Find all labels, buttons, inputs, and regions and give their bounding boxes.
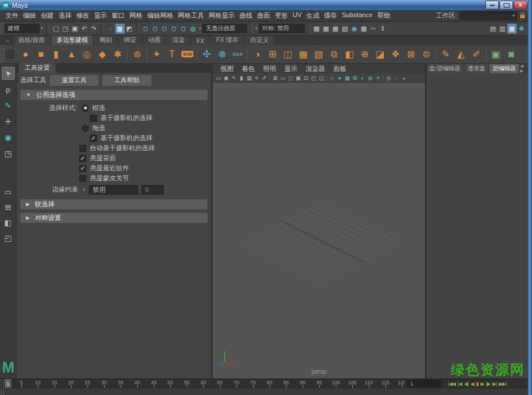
render-sequence-icon[interactable]: ▦ bbox=[331, 24, 340, 34]
camera-attributes-icon[interactable]: ✎ bbox=[230, 74, 238, 82]
pause-viewport-icon[interactable]: ‖ bbox=[378, 24, 388, 34]
checkbox[interactable] bbox=[79, 175, 86, 182]
chevron-down-icon[interactable]: ▾ bbox=[254, 26, 259, 31]
right-panel-tab[interactable]: 通道盒/层编辑器 bbox=[428, 64, 463, 73]
type-tool-icon[interactable]: T bbox=[164, 47, 180, 62]
poly-cone-icon[interactable]: ▲ bbox=[64, 47, 79, 62]
svg-tool-icon[interactable]: SVG bbox=[180, 47, 195, 62]
select-by-hierarchy-icon[interactable]: ◌ bbox=[106, 24, 115, 34]
hypershade-icon[interactable]: ◉ bbox=[350, 24, 359, 34]
layout-persp-panels-button[interactable]: ◰ bbox=[2, 232, 14, 243]
menu-item[interactable]: 网格显示 bbox=[206, 11, 237, 20]
multi-cut-icon[interactable]: ⊠ bbox=[403, 47, 419, 62]
screen-ao-icon[interactable]: ◍ bbox=[366, 74, 374, 82]
render-settings-icon[interactable]: ▧ bbox=[340, 24, 350, 34]
group-separator[interactable] bbox=[100, 24, 104, 33]
live-surface-field[interactable]: 无激活曲面 bbox=[202, 24, 247, 33]
layout-persp-outliner-button[interactable]: ◧ bbox=[2, 217, 14, 228]
shelf-tab[interactable]: 渲染 bbox=[167, 35, 190, 45]
make-object-live-icon[interactable]: ◍ bbox=[189, 24, 198, 34]
live-surface-icon[interactable]: ✣ bbox=[199, 47, 215, 62]
image-plane-icon[interactable]: ▤ bbox=[245, 74, 253, 82]
tab-scroll-arrows[interactable]: ◀ ▶ bbox=[520, 64, 527, 73]
append-polygon-icon[interactable]: ▧ bbox=[311, 47, 326, 62]
chevron-down-icon[interactable]: ▾ bbox=[198, 26, 203, 31]
grid-icon[interactable]: ⊞ bbox=[271, 74, 279, 82]
workspace-select[interactable]: ▾ bbox=[460, 11, 517, 20]
new-scene-icon[interactable]: ▢ bbox=[51, 24, 61, 34]
go-to-end-button[interactable]: ▶▶| bbox=[498, 381, 507, 387]
shelf-tab[interactable]: FX 缓存 bbox=[211, 35, 244, 45]
open-scene-icon[interactable]: ◳ bbox=[61, 24, 70, 34]
edge-constraint-angle-field[interactable]: 0 bbox=[141, 185, 164, 195]
checkbox[interactable]: ✓ bbox=[79, 155, 86, 162]
checkbox[interactable] bbox=[90, 115, 97, 122]
paint-effects-icon[interactable]: ✂ bbox=[369, 24, 378, 34]
chevron-down-icon[interactable]: ▾ bbox=[40, 26, 44, 31]
menu-item[interactable]: Substance bbox=[339, 11, 375, 20]
group-separator[interactable] bbox=[136, 24, 140, 33]
poly-sphere-icon[interactable]: ● bbox=[18, 47, 33, 62]
circularize-icon[interactable]: ⊕ bbox=[357, 47, 372, 62]
bookmark-icon[interactable]: ▮ bbox=[238, 74, 245, 82]
select-tool[interactable]: ➤ bbox=[2, 67, 15, 80]
grease-pencil-icon[interactable]: ✐ bbox=[261, 74, 268, 82]
menu-item[interactable]: 网格工具 bbox=[176, 11, 206, 20]
perspective-viewport[interactable]: 视图着色照明显示渲染器面板 ▭◉✎▮▤✛✐⊞▭◻▣⊡◰◲◇●▩❂◐◍✳◎◌◒ p… bbox=[213, 64, 427, 378]
exposure-icon[interactable]: ◒ bbox=[400, 74, 408, 82]
drag-handle[interactable] bbox=[0, 45, 4, 63]
viewport-menu-item[interactable]: 面板 bbox=[329, 64, 351, 73]
poly-cylinder-icon[interactable]: ▮ bbox=[48, 47, 64, 62]
use-all-lights-icon[interactable]: ❂ bbox=[351, 74, 359, 82]
poly-torus-icon[interactable]: ◎ bbox=[79, 47, 95, 62]
edge-constraint-select[interactable]: 禁用 bbox=[89, 185, 138, 195]
move-to-origin-icon[interactable]: 0,0,0 bbox=[230, 47, 245, 62]
quad-fill-icon[interactable]: ⊜ bbox=[419, 47, 434, 62]
field-chart-icon[interactable]: ⊡ bbox=[302, 74, 310, 82]
menu-item[interactable]: 生成 bbox=[304, 11, 322, 20]
gate-mask-icon[interactable]: ▣ bbox=[294, 74, 302, 82]
section-common-selection-options[interactable]: ▼ 公用选择选项 bbox=[20, 90, 207, 100]
select-by-component-icon[interactable]: ◩ bbox=[125, 24, 134, 34]
layout-four-pane-button[interactable]: ⊞ bbox=[2, 202, 14, 212]
ipr-render-icon[interactable]: ▦ bbox=[322, 24, 331, 34]
range-slider[interactable] bbox=[0, 388, 532, 395]
crease-tool-icon[interactable]: ✎ bbox=[438, 47, 453, 62]
shelf-tab[interactable]: 自定义 bbox=[245, 35, 274, 45]
shadows-icon[interactable]: ◐ bbox=[359, 74, 366, 82]
shelf-tab[interactable]: 绑定 bbox=[118, 35, 141, 45]
isolate-select-icon[interactable]: ◎ bbox=[385, 74, 392, 82]
shelf-tab[interactable]: 曲线/曲面 bbox=[13, 35, 50, 45]
edge-flow-icon[interactable]: ◭ bbox=[453, 47, 469, 62]
snap-to-projected-center-icon[interactable]: Ω bbox=[170, 24, 179, 34]
paint-select-tool[interactable]: ✎ bbox=[2, 99, 15, 112]
lock-icon[interactable] bbox=[520, 15, 525, 18]
play-backwards-button[interactable]: ◀ bbox=[469, 381, 475, 387]
viewport-menu-item[interactable]: 显示 bbox=[280, 64, 301, 73]
right-panel-tab[interactable]: 层编辑器 bbox=[489, 64, 519, 73]
time-slider[interactable]: 5101520253035404550556065707580859095100… bbox=[0, 378, 532, 388]
drag-handle[interactable] bbox=[0, 388, 4, 395]
section-collapsed[interactable]: ▶软选择 bbox=[20, 199, 207, 209]
quad-draw-icon[interactable]: ▣ bbox=[488, 47, 504, 62]
undo-icon[interactable]: ↶ bbox=[80, 24, 89, 34]
bevel-icon[interactable]: ◪ bbox=[372, 47, 388, 62]
go-to-start-button[interactable]: |◀◀ bbox=[447, 381, 456, 387]
select-camera-icon[interactable]: ▭ bbox=[215, 74, 222, 82]
separate-icon[interactable]: ◫ bbox=[280, 47, 296, 62]
checkbox[interactable]: ✓ bbox=[79, 165, 86, 172]
menu-item[interactable]: 帮助 bbox=[375, 11, 392, 20]
boolean-union-icon[interactable]: ◑ bbox=[249, 47, 265, 62]
menu-item[interactable]: 编辑网格 bbox=[145, 11, 176, 20]
layout-single-pane-button[interactable]: ▭ bbox=[2, 186, 14, 197]
redo-icon[interactable]: ↷ bbox=[89, 24, 99, 34]
menu-item[interactable]: 修改 bbox=[74, 11, 92, 20]
light-editor-icon[interactable]: ▦ bbox=[359, 24, 369, 34]
sculpt-mesh-icon[interactable]: ◙ bbox=[504, 47, 519, 62]
extract-icon[interactable]: ⧉ bbox=[326, 47, 342, 62]
snap-to-point-icon[interactable]: Ω bbox=[160, 24, 170, 34]
step-back-frame-button[interactable]: |◀ bbox=[456, 381, 463, 387]
spread-icon[interactable]: ❖ bbox=[388, 47, 403, 62]
tab-tool-settings[interactable]: 工具设置 bbox=[19, 63, 56, 73]
shelf-menu-button[interactable] bbox=[6, 50, 14, 59]
